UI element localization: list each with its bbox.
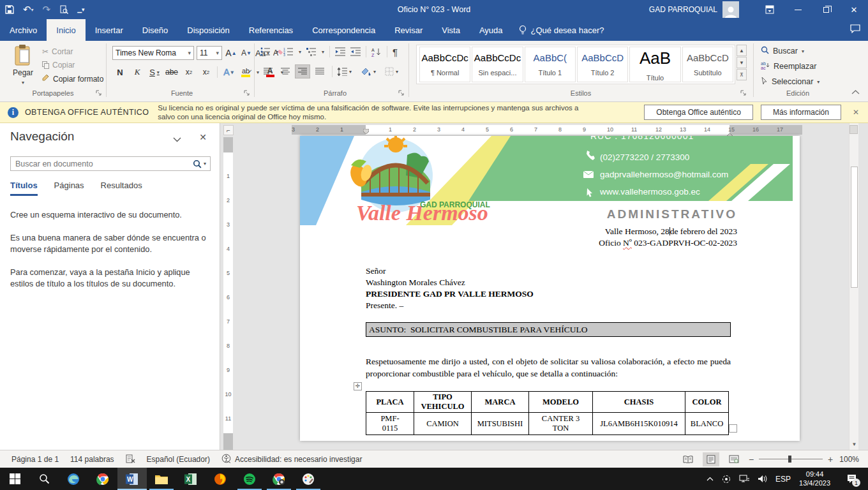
more-info-button[interactable]: Más información [761, 105, 841, 120]
tab-ayuda[interactable]: Ayuda [470, 19, 513, 41]
show-marks-button[interactable]: ¶ [393, 47, 398, 57]
excel-icon[interactable]: X [176, 468, 206, 490]
page-indicator[interactable]: Página 1 de 1 [11, 455, 59, 464]
document-search-input[interactable]: Buscar en documento ▾ [10, 156, 211, 171]
collapse-ribbon-icon[interactable] [851, 88, 860, 97]
cut-button[interactable]: ✂Cortar [42, 47, 103, 56]
tab-archivo[interactable]: Archivo [0, 19, 47, 41]
license-bar-close-icon[interactable]: ✕ [853, 108, 859, 117]
paint-icon[interactable] [294, 468, 323, 490]
align-center-button[interactable] [278, 64, 293, 78]
decrease-indent-button[interactable] [335, 47, 345, 56]
get-office-button[interactable]: Obtenga Office auténtico [644, 105, 753, 120]
align-left-button[interactable] [260, 64, 276, 78]
select-button[interactable]: Seleccionar▾ [761, 77, 819, 87]
shading-button[interactable] [361, 67, 371, 76]
table-move-handle-icon[interactable]: ✛ [354, 382, 362, 390]
minimize-button[interactable] [784, 0, 812, 19]
font-family-combo[interactable]: Times New Roma▾ [112, 46, 194, 60]
italic-button[interactable]: K [131, 65, 144, 79]
comments-icon[interactable] [850, 24, 860, 36]
first-line-indent-marker[interactable] [363, 125, 369, 137]
vertical-scrollbar[interactable]: ▲ ▼ [849, 123, 858, 450]
avatar[interactable] [722, 1, 739, 18]
chrome-icon[interactable] [88, 468, 117, 490]
navigation-pane-close-icon[interactable]: ✕ [199, 132, 207, 142]
style-t-tulo-1[interactable]: AaBbC(Título 1 [525, 47, 576, 82]
strikethrough-button[interactable]: abe [165, 65, 178, 79]
tab-revisar[interactable]: Revisar [385, 19, 432, 41]
style--normal[interactable]: AaBbCcDc¶ Normal [419, 47, 470, 82]
tab-diseño[interactable]: Diseño [133, 19, 177, 41]
font-dialog-launcher[interactable] [244, 90, 251, 98]
bullets-button[interactable] [260, 47, 271, 56]
restore-button[interactable] [812, 0, 840, 19]
clock[interactable]: 09:4413/4/2023 [799, 470, 830, 488]
search-icon[interactable]: ▾ [193, 160, 210, 168]
edge-icon[interactable] [59, 468, 88, 490]
search-icon[interactable] [29, 468, 59, 490]
justify-button[interactable] [312, 64, 327, 78]
close-button[interactable]: ✕ [840, 0, 868, 19]
bold-button[interactable]: N [114, 65, 126, 79]
style-t-tulo[interactable]: AaBTítulo [629, 47, 680, 82]
nav-tab-resultados[interactable]: Resultados [101, 181, 142, 196]
scroll-down-icon[interactable]: ▼ [850, 440, 858, 449]
sort-button[interactable]: AZ [371, 47, 382, 57]
copy-button[interactable]: Copiar [42, 61, 103, 70]
superscript-button[interactable]: x2 [200, 65, 213, 79]
zoom-in-icon[interactable]: + [828, 454, 833, 464]
read-mode-icon[interactable] [680, 452, 696, 466]
style-subt-tulo[interactable]: AaBbCcDSubtítulo [682, 47, 733, 82]
tab-correspondencia[interactable]: Correspondencia [303, 19, 385, 41]
chrome-alt-icon[interactable] [264, 468, 294, 490]
style-t-tulo-2[interactable]: AaBbCcDTítulo 2 [577, 47, 628, 82]
file-explorer-icon[interactable] [147, 468, 176, 490]
language-indicator[interactable]: Español (Ecuador) [147, 455, 210, 464]
underline-button[interactable]: S▾ [148, 65, 161, 79]
scrollbar-thumb[interactable] [851, 167, 858, 288]
tab-insertar[interactable]: Insertar [86, 19, 133, 41]
increase-indent-button[interactable] [350, 47, 361, 56]
volume-icon[interactable] [758, 475, 767, 483]
styles-more-icon[interactable]: ⊼ [737, 69, 747, 80]
account-name[interactable]: GAD PARROQUIAL [649, 5, 717, 14]
zoom-slider[interactable]: − + [749, 454, 833, 464]
line-spacing-button[interactable] [337, 68, 347, 76]
spotify-icon[interactable] [235, 468, 264, 490]
multilevel-list-button[interactable] [306, 47, 317, 56]
grow-font-button[interactable]: A▲ [225, 46, 237, 60]
highlight-button[interactable]: ab̷ [239, 65, 252, 79]
tab-inicio[interactable]: Inicio [47, 19, 85, 41]
nav-tab-páginas[interactable]: Páginas [54, 181, 84, 196]
format-painter-button[interactable]: Copiar formato [42, 74, 103, 84]
borders-button[interactable] [385, 67, 394, 76]
firefox-icon[interactable] [206, 468, 235, 490]
text-effects-button[interactable]: A▾ [222, 65, 235, 79]
numbering-button[interactable]: 123 [283, 47, 294, 56]
tab-referencias[interactable]: Referencias [239, 19, 303, 41]
vertical-ruler[interactable]: 1234567891011 [223, 137, 233, 450]
ribbon-display-options-icon[interactable] [756, 0, 784, 19]
horizontal-ruler[interactable]: 1234567891011121314151617321 [292, 125, 802, 135]
ruler-toggle[interactable] [849, 125, 858, 134]
keyboard-language[interactable]: ESP [775, 475, 791, 484]
styles-scroll-down-icon[interactable]: ▼ [737, 57, 747, 68]
navigation-pane-chevron-down-icon[interactable] [173, 133, 181, 145]
tab-stop-selector[interactable]: ⌐ [223, 125, 234, 135]
align-right-button[interactable] [295, 64, 310, 78]
find-button[interactable]: Buscar▾ [761, 46, 819, 56]
nav-tab-títulos[interactable]: Títulos [10, 181, 38, 196]
shrink-font-button[interactable]: A▼ [240, 46, 253, 60]
meet-now-icon[interactable] [722, 475, 731, 484]
zoom-knob[interactable] [788, 456, 791, 463]
tell-me-prompt[interactable]: ¿Qué desea hacer? [513, 19, 611, 41]
word-icon[interactable]: W [117, 468, 147, 490]
styles-dialog-launcher[interactable] [740, 90, 748, 98]
tab-disposición[interactable]: Disposición [177, 19, 239, 41]
replace-button[interactable]: abacReemplazar [761, 61, 819, 71]
print-layout-icon[interactable] [703, 452, 719, 466]
word-count[interactable]: 114 palabras [70, 455, 114, 464]
font-size-combo[interactable]: 11▾ [197, 46, 222, 60]
style-sin-espaci-[interactable]: AaBbCcDcSin espaci... [472, 47, 523, 82]
